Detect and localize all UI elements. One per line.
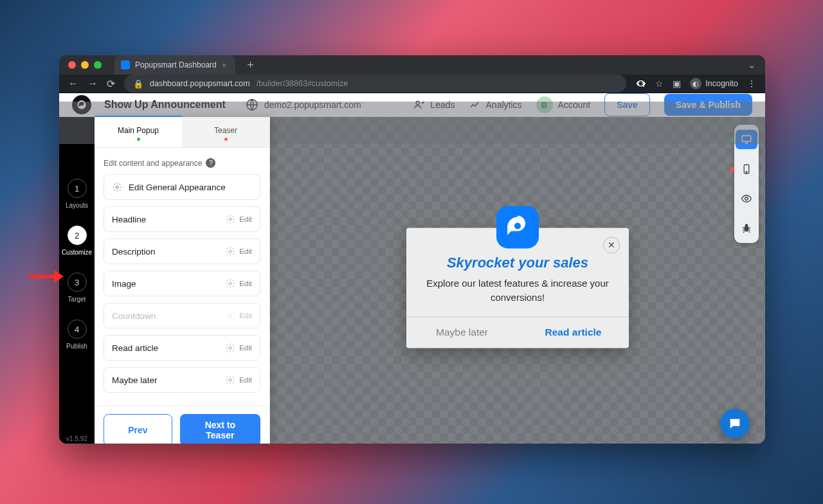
row-description-edit[interactable]: Edit [225,246,252,256]
close-window-control[interactable] [68,61,76,69]
row-maybe-later[interactable]: Maybe later Edit [104,367,260,393]
forward-icon[interactable]: → [87,78,98,89]
reload-icon[interactable]: ⟳ [107,78,115,90]
next-button[interactable]: Next to Teaser [180,414,260,444]
row-read-label: Read article [112,343,158,353]
incognito-label: Incognito [705,79,738,88]
edit-label: Edit [239,215,252,223]
tab-main-popup-label: Main Popup [118,126,159,135]
step-target[interactable]: 3 Target [68,273,87,303]
customize-panel: Main Popup Teaser Edit content and appea… [95,117,270,444]
device-mobile[interactable] [736,159,757,179]
step-publish[interactable]: 4 Publish [66,320,87,350]
row-maybe-edit[interactable]: Edit [225,375,252,385]
row-description[interactable]: Description Edit [104,239,260,264]
device-debug[interactable] [736,219,757,238]
svg-point-4 [229,218,231,221]
svg-point-8 [229,346,231,349]
svg-point-5 [229,250,231,253]
bookmark-icon[interactable]: ☆ [655,78,664,89]
back-icon[interactable]: ← [68,78,78,89]
edit-label: Edit [239,344,252,352]
edit-label: Edit [239,280,252,287]
svg-point-7 [229,314,231,317]
status-dot-icon [730,167,734,172]
row-countdown-edit[interactable]: Edit [225,310,252,321]
row-description-label: Description [112,247,156,256]
step-layouts-label: Layouts [66,202,88,209]
window-controls [68,61,102,69]
browser-menu-icon[interactable]: ⋮ [747,78,756,89]
prev-button[interactable]: Prev [104,414,172,444]
status-dot-inactive-icon [224,138,228,141]
gear-icon [225,343,235,353]
eye-icon [736,189,757,208]
row-read-article[interactable]: Read article Edit [104,335,260,361]
svg-point-6 [229,282,231,285]
step-publish-num: 4 [68,320,87,339]
panel-list-title-text: Edit content and appearance [104,159,202,168]
edit-label: Edit [239,376,252,384]
mobile-icon [736,159,757,179]
tabs-dropdown-icon[interactable]: ⌄ [748,59,756,71]
row-countdown-label: Countdown [112,311,156,321]
edit-label: Edit [239,248,252,255]
url-field[interactable]: 🔒 dashboard.popupsmart.com/builder/38863… [124,75,626,93]
tab-close-icon[interactable]: × [222,60,227,70]
step-layouts[interactable]: 1 Layouts [66,179,88,209]
row-read-edit[interactable]: Edit [225,343,252,353]
chat-button[interactable] [720,409,750,438]
row-general-label: Edit General Appearance [129,183,226,192]
popup-read-article-button[interactable]: Read article [518,317,629,348]
incognito-badge: ◐ Incognito [690,78,738,89]
minimize-window-control[interactable] [81,61,89,69]
row-maybe-label: Maybe later [112,375,158,385]
help-icon[interactable]: ? [206,158,215,168]
row-headline-edit[interactable]: Edit [225,214,252,224]
svg-point-9 [229,379,231,381]
svg-point-16 [745,224,748,227]
row-headline[interactable]: Headline Edit [104,206,260,232]
popup-description: Explore our latest features & increase y… [406,276,629,316]
svg-point-14 [745,197,748,201]
tab-main-popup[interactable]: Main Popup [95,116,182,147]
lock-icon: 🔒 [133,79,143,89]
step-rail: 1 Layouts 2 Customize 3 Target 4 Publish… [59,117,95,444]
gear-icon [225,214,235,224]
panel-list: Edit content and appearance ? Edit Gener… [95,148,269,406]
tab-title: Popupsmart Dashboard [135,60,217,69]
row-countdown[interactable]: Countdown Edit [104,303,260,328]
tab-favicon [121,60,130,69]
step-customize-num: 2 [68,226,87,245]
gear-icon [225,278,235,289]
gear-icon [225,310,235,321]
browser-tab[interactable]: Popupsmart Dashboard × [114,55,235,75]
row-image[interactable]: Image Edit [104,271,260,296]
gear-icon [225,246,235,256]
step-target-label: Target [68,296,86,303]
step-layouts-num: 1 [68,179,87,198]
url-host: dashboard.popupsmart.com [150,79,250,88]
device-preview[interactable] [736,189,757,208]
popup-buttons: Maybe later Read article [406,316,629,348]
popup-maybe-later-button[interactable]: Maybe later [406,317,518,348]
version-label: v1.5.92 [66,435,87,442]
popup-close-icon[interactable]: ✕ [603,237,620,253]
workspace: 1 Layouts 2 Customize 3 Target 4 Publish… [59,117,765,444]
eye-off-icon[interactable]: 👁‍🗨 [635,78,646,89]
gear-icon [225,375,235,385]
browser-window: Popupsmart Dashboard × + ⌄ ← → ⟳ 🔒 dashb… [59,55,765,444]
row-image-edit[interactable]: Edit [225,278,252,289]
row-headline-label: Headline [112,215,146,224]
tab-teaser[interactable]: Teaser [182,117,269,147]
step-customize[interactable]: 2 Customize [62,226,92,256]
popup-logo [496,206,539,248]
extensions-icon[interactable]: ▣ [673,78,681,89]
row-general-appearance[interactable]: Edit General Appearance [104,174,260,200]
row-image-label: Image [112,279,136,289]
popup-headline: Skyrocket your sales [406,255,629,271]
step-publish-label: Publish [66,343,87,350]
fullscreen-window-control[interactable] [94,61,102,69]
new-tab-button[interactable]: + [247,59,254,72]
svg-point-3 [116,186,118,188]
